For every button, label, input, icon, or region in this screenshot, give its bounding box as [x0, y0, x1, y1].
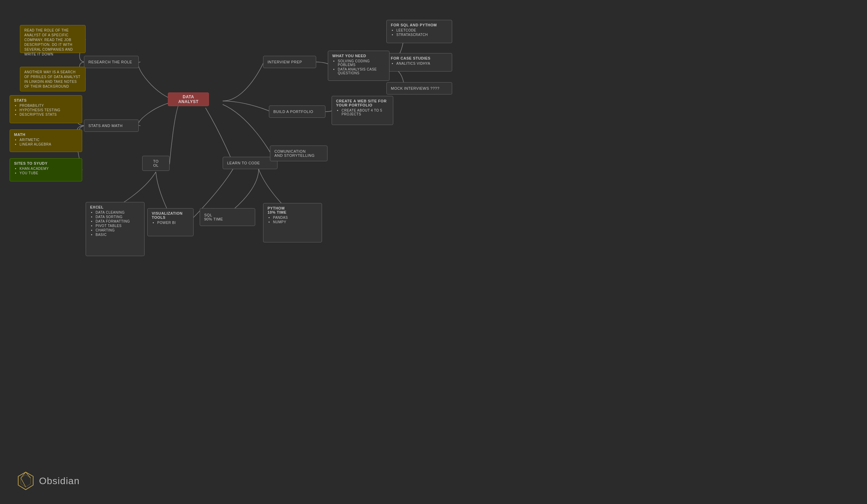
node-sites-study[interactable]: SITES TO SYUDY KHAN ACADEMY YOU TUBE [10, 158, 82, 182]
node-tools[interactable]: TOOL [142, 156, 170, 171]
node-communication[interactable]: COMUNICATIONAND STORYTELLING [270, 145, 328, 161]
node-python[interactable]: PYTHOM10% TIME PANDAS NUMPY [263, 203, 322, 242]
node-linkedin[interactable]: ANOTHER WAY IS A SEARCH OF PRRILES OF DA… [20, 67, 86, 91]
node-excel[interactable]: EXCEL DATA CLEANING DATA SORTING DATA FO… [86, 202, 144, 256]
node-center[interactable]: DATA ANALYST [168, 92, 209, 106]
node-learn-to-code[interactable]: LEARN TO CODE [223, 157, 277, 169]
node-interview-prep[interactable]: INTERVIEW PREP [263, 56, 316, 68]
node-stats[interactable]: STATS PROBABILITY HYPOTHESIS TESTING DES… [10, 95, 82, 123]
node-read-role[interactable]: READ THE ROLE OF THE ANALYST OF A SPECIF… [20, 25, 86, 53]
node-viz-tools[interactable]: VISUALIZATION TOOLS POWER BI [147, 208, 194, 236]
node-what-you-need[interactable]: WHAT YOU NEED SOLVING CODING POBLEMS DAT… [328, 51, 389, 81]
node-for-case-studies[interactable]: FOR CASE STUDIES ANALITICS VIDHYA [386, 53, 452, 72]
mind-map: DATA ANALYST RESEARCH THE ROLE STATS AND… [0, 0, 867, 504]
node-math[interactable]: MATH ARITMETIC LINEAR ALGEBRA [10, 129, 82, 152]
node-stats-math[interactable]: STATS AND MATH [84, 120, 139, 132]
node-build-portfolio[interactable]: BUILD A PORTFOLIO [269, 106, 325, 118]
obsidian-icon [17, 471, 34, 490]
obsidian-logo: Obsidian [17, 471, 80, 490]
node-for-sql-python[interactable]: FOR SQL AND PYTHOM LEETCODE STRATASCRATC… [386, 20, 452, 43]
node-research-role[interactable]: RESEARCH THE ROLE [84, 56, 139, 68]
node-mock-interviews[interactable]: MOCK INTERVIEWS ???? [386, 82, 452, 95]
node-sql[interactable]: SQL90% TIME [200, 208, 255, 226]
svg-line-4 [21, 478, 26, 487]
node-portfolio-note[interactable]: CREATE A WEB SITE FOR YOUR PORTFOLIO CRE… [332, 96, 393, 125]
obsidian-logo-text: Obsidian [39, 475, 80, 486]
